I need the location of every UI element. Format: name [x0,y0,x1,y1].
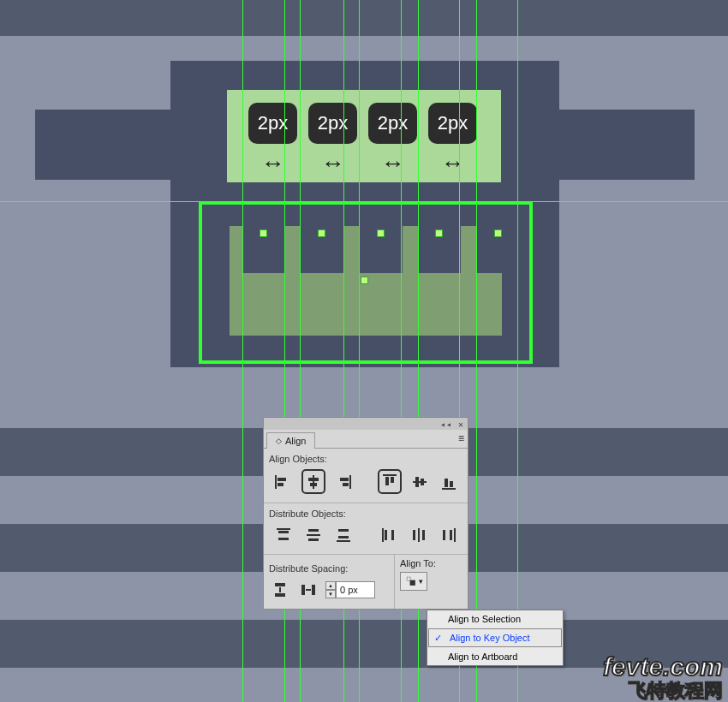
svg-rect-12 [413,481,427,483]
svg-rect-34 [443,530,445,540]
align-to-dropdown-button[interactable]: ▾ [400,572,427,591]
svg-rect-18 [277,528,290,530]
section-label-align-to: Align To: [400,558,462,568]
section-label-distribute-spacing: Distribute Spacing: [269,558,389,575]
align-to-menu[interactable]: Align to Selection ✓ Align to Key Object… [427,610,564,666]
dist-v-center-icon[interactable] [302,524,324,545]
align-left-icon[interactable] [272,471,293,492]
menu-item-align-to-key-object[interactable]: ✓ Align to Key Object [428,628,562,647]
watermark: fevte.com 飞特教程网 [603,655,723,702]
align-h-center-icon[interactable] [301,469,325,494]
selection-handle[interactable] [435,229,443,237]
svg-rect-2 [277,483,283,486]
svg-rect-28 [385,530,387,540]
artwork-wing-left [35,110,170,180]
spacing-stepper[interactable]: ▲▼ [325,581,336,598]
guide-vertical[interactable] [476,0,477,702]
artwork-wing-right [559,110,695,180]
align-bottom-icon[interactable] [439,471,459,492]
spacing-badge: 2px [428,103,477,144]
spacing-badge: 2px [248,103,297,144]
svg-rect-29 [391,530,394,540]
align-v-center-icon[interactable] [410,471,431,492]
spacing-badge: 2px [308,103,357,144]
svg-rect-39 [301,585,305,595]
dist-h-left-icon[interactable] [378,524,399,545]
guide-horizontal[interactable] [0,201,728,202]
spacing-input[interactable]: ▲▼ 0 px [325,581,375,598]
menu-item-align-to-artboard[interactable]: Align to Artboard [427,648,563,665]
svg-rect-27 [382,528,384,542]
tab-label: Align [285,436,306,446]
double-arrow-icon: ↔ [428,148,477,179]
dist-spacing-v-icon[interactable] [269,579,290,600]
dist-v-top-icon[interactable] [272,524,294,545]
selection-handle[interactable] [361,277,368,284]
svg-rect-25 [338,529,349,532]
dist-spacing-h-icon[interactable] [297,579,319,600]
section-label-distribute-objects: Distribute Objects: [264,503,468,521]
watermark-en: fevte.com [603,655,723,678]
watermark-cn: 飞特教程网 [603,678,723,702]
svg-rect-10 [385,477,389,485]
svg-rect-23 [308,538,319,541]
menu-item-align-to-selection[interactable]: Align to Selection [427,610,563,628]
selection-handle[interactable] [318,229,325,237]
selection-handle[interactable] [494,229,502,237]
svg-rect-19 [278,531,289,533]
panel-tabbar: ◇ Align ≡ [264,430,468,449]
section-label-align-objects: Align Objects: [264,449,468,466]
dist-v-bottom-icon[interactable] [332,524,354,545]
svg-rect-14 [421,479,424,485]
selection-handle[interactable] [260,229,267,237]
svg-rect-17 [450,481,453,487]
svg-rect-32 [422,530,425,540]
canvas[interactable]: 2px 2px 2px 2px ↔ ↔ ↔ ↔ ◂◂ ✕ ◇ Align [0,0,728,702]
distribute-objects-row [264,521,468,554]
panel-titlebar[interactable]: ◂◂ ✕ [264,418,468,430]
double-arrow-icon: ↔ [308,148,357,179]
svg-rect-30 [418,528,420,542]
double-arrow-icon: ↔ [368,148,417,179]
svg-rect-22 [308,529,319,532]
svg-rect-8 [343,483,349,486]
svg-rect-4 [308,478,319,481]
align-panel[interactable]: ◂◂ ✕ ◇ Align ≡ Align Objects: [263,417,468,610]
dist-h-right-icon[interactable] [438,524,459,545]
chevron-down-icon: ▾ [419,577,423,586]
svg-rect-1 [277,478,286,481]
svg-rect-36 [275,583,285,586]
menu-item-label: Align to Selection [448,614,521,624]
tab-expand-icon: ◇ [276,437,282,445]
menu-item-label: Align to Key Object [450,633,530,643]
align-top-icon[interactable] [378,469,402,494]
svg-rect-35 [450,530,452,540]
svg-rect-3 [313,475,314,489]
svg-rect-40 [312,585,315,595]
svg-rect-33 [454,528,456,542]
svg-rect-7 [340,478,349,481]
panel-collapse-close-icon[interactable]: ◂◂ ✕ [440,419,464,429]
checkmark-icon: ✓ [434,633,442,644]
align-to-key-object-icon [405,575,417,587]
spacing-value[interactable]: 0 px [336,581,375,598]
svg-rect-13 [415,477,419,487]
guide-vertical[interactable] [517,0,518,702]
svg-rect-26 [338,536,349,538]
dist-h-center-icon[interactable] [408,524,429,545]
svg-rect-41 [306,589,311,591]
selection-handle[interactable] [377,229,385,237]
svg-rect-0 [275,475,277,489]
double-arrow-icon: ↔ [248,148,297,179]
tab-align[interactable]: ◇ Align [266,432,315,449]
svg-rect-11 [391,477,394,483]
svg-rect-31 [413,530,415,540]
svg-rect-15 [442,488,456,490]
menu-item-label: Align to Artboard [448,651,517,662]
svg-rect-6 [349,475,351,489]
panel-menu-button[interactable]: ≡ [458,432,464,444]
align-right-icon[interactable] [334,471,355,492]
svg-rect-20 [278,538,289,540]
svg-rect-38 [279,587,281,592]
guide-vertical[interactable] [242,0,243,702]
